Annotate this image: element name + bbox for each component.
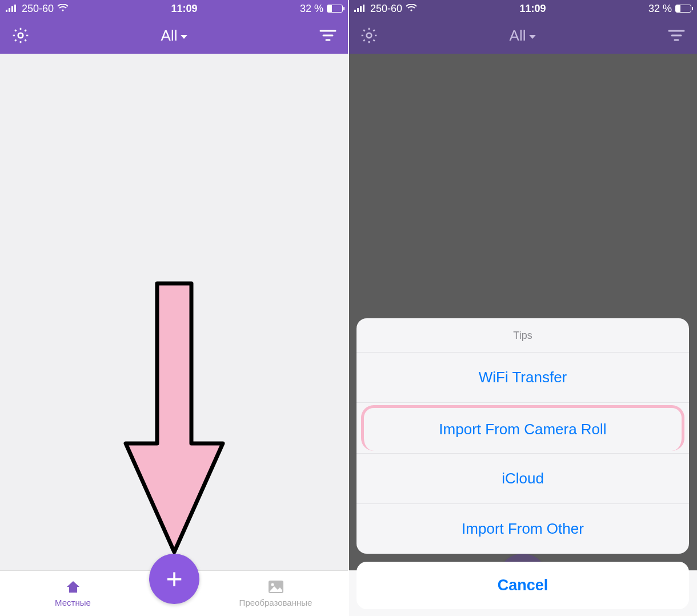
carrier-label: 250-60 — [22, 3, 54, 15]
nav-title-label: All — [161, 27, 178, 45]
svg-point-4 — [62, 9, 63, 11]
battery-percent: 32 % — [300, 3, 323, 15]
filter-button[interactable] — [666, 25, 687, 46]
tab-local[interactable]: Местные — [0, 580, 146, 607]
filter-button[interactable] — [318, 25, 338, 46]
plus-icon: + — [166, 565, 182, 593]
chevron-down-icon — [529, 35, 536, 39]
svg-point-15 — [410, 9, 412, 11]
status-bar: 250-60 11:09 32 % — [0, 0, 348, 17]
signal-icon — [354, 3, 367, 15]
screen-right: 250-60 11:09 32 % All Местны — [348, 0, 697, 616]
svg-rect-12 — [357, 8, 359, 12]
settings-button[interactable] — [10, 25, 31, 46]
sheet-item-wifi-transfer[interactable]: WiFi Transfer — [356, 353, 689, 403]
svg-rect-3 — [14, 5, 16, 12]
nav-title-label: All — [510, 27, 526, 45]
carrier-label: 250-60 — [370, 3, 402, 15]
sheet-item-import-other[interactable]: Import From Other — [356, 504, 689, 554]
svg-rect-11 — [354, 10, 356, 12]
nav-bar: All — [348, 17, 697, 54]
nav-bar: All — [0, 17, 348, 54]
content-area — [0, 54, 348, 570]
nav-title-dropdown[interactable]: All — [510, 27, 536, 45]
clock: 11:09 — [417, 3, 648, 15]
action-sheet: Tips WiFi Transfer Import From Camera Ro… — [356, 318, 689, 609]
wifi-icon — [57, 3, 69, 15]
battery-icon — [675, 5, 691, 13]
sheet-item-import-camera-roll[interactable]: Import From Camera Roll — [361, 405, 684, 451]
status-bar: 250-60 11:09 32 % — [348, 0, 697, 17]
svg-rect-2 — [11, 6, 13, 12]
tab-label: Преобразованные — [239, 598, 313, 607]
svg-point-16 — [367, 33, 372, 38]
add-button[interactable]: + — [149, 554, 199, 604]
clock: 11:09 — [69, 3, 300, 15]
battery-icon — [327, 5, 343, 13]
tab-label: Местные — [55, 598, 91, 607]
svg-rect-1 — [9, 8, 10, 12]
tab-converted[interactable]: Преобразованные — [203, 580, 348, 607]
sheet-item-icloud[interactable]: iCloud — [356, 453, 689, 504]
tab-bar: Местные Преобразованные + — [0, 570, 348, 616]
settings-button[interactable] — [359, 25, 379, 46]
image-icon — [268, 580, 284, 595]
svg-rect-13 — [360, 6, 362, 12]
wifi-icon — [406, 3, 417, 15]
svg-point-5 — [18, 33, 23, 38]
screen-left: 250-60 11:09 32 % All — [0, 0, 348, 616]
signal-icon — [6, 3, 18, 15]
sheet-title: Tips — [356, 318, 689, 353]
sheet-cancel[interactable]: Cancel — [356, 562, 689, 609]
sheet-group: Tips WiFi Transfer Import From Camera Ro… — [356, 318, 689, 554]
home-icon — [66, 580, 81, 595]
svg-rect-14 — [363, 5, 364, 12]
battery-percent: 32 % — [648, 3, 672, 15]
chevron-down-icon — [181, 35, 187, 39]
svg-rect-0 — [6, 10, 7, 12]
nav-title-dropdown[interactable]: All — [161, 27, 188, 45]
svg-point-10 — [271, 583, 274, 586]
arrow-annotation — [117, 278, 231, 560]
